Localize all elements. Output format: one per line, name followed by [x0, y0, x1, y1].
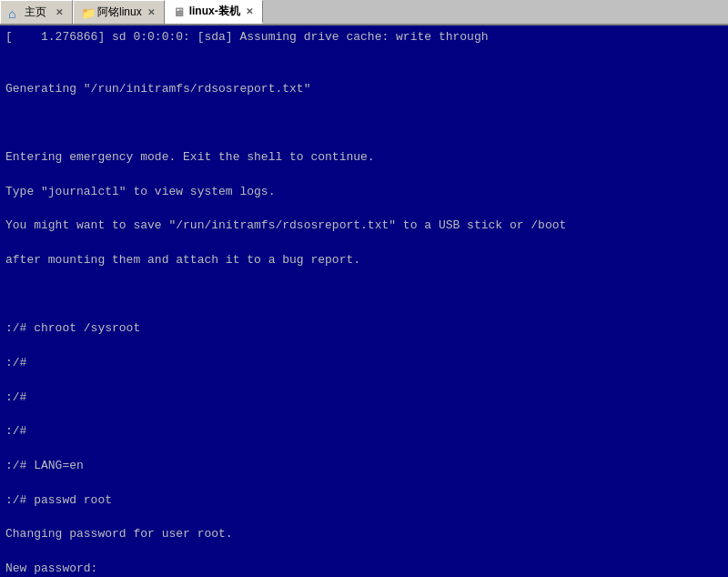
home-icon: ⌂ — [8, 6, 21, 19]
term-line: Generating "/run/initramfs/rdsosreport.t… — [5, 81, 723, 98]
tab-blog-close[interactable]: ✕ — [146, 7, 157, 17]
term-line: :/# chroot /sysroot — [5, 320, 723, 338]
tab-bar: ⌂ 主页 ✕ 📁 阿铭linux ✕ 🖥 linux-装机 ✕ — [0, 0, 728, 25]
tab-terminal-close[interactable]: ✕ — [244, 6, 255, 16]
tab-blog[interactable]: 📁 阿铭linux ✕ — [73, 0, 165, 24]
term-line: :/# — [5, 355, 723, 372]
term-line: [ 1.276866] sd 0:0:0:0: [sda] Assuming d… — [5, 29, 723, 46]
folder-icon: 📁 — [81, 6, 94, 19]
tab-home-label: 主页 — [25, 5, 46, 20]
terminal-icon: 🖥 — [173, 5, 186, 18]
term-line: :/# — [5, 390, 723, 407]
term-line: :/# LANG=en — [5, 458, 723, 475]
terminal-output[interactable]: [ 1.276866] sd 0:0:0:0: [sda] Assuming d… — [0, 25, 728, 577]
tab-terminal-label: linux-装机 — [189, 4, 240, 19]
term-line: :/# — [5, 423, 723, 440]
term-line: :/# passwd root — [5, 492, 723, 510]
term-line: New password: — [5, 561, 723, 577]
tab-terminal[interactable]: 🖥 linux-装机 ✕ — [165, 0, 263, 24]
term-line: Entering emergency mode. Exit the shell … — [5, 149, 723, 167]
tab-blog-label: 阿铭linux — [97, 5, 142, 20]
tab-home[interactable]: ⌂ 主页 ✕ — [0, 0, 73, 24]
term-line: You might want to save "/run/initramfs/r… — [5, 218, 723, 235]
term-line: Changing password for user root. — [5, 526, 723, 543]
term-line: after mounting them and attach it to a b… — [5, 252, 723, 269]
tab-home-close[interactable]: ✕ — [54, 7, 65, 17]
term-line: Type "journalctl" to view system logs. — [5, 184, 723, 201]
